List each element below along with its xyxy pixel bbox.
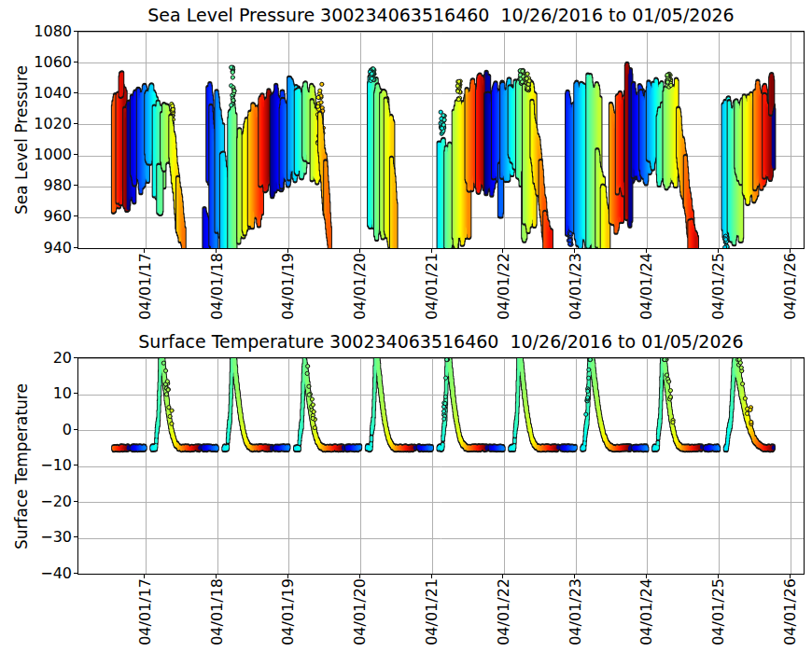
y-tick-label: 1020 [0, 115, 72, 132]
x-tick-label: 04/01/25 [710, 578, 726, 646]
x-tick-label: 04/01/19 [280, 253, 296, 320]
y-tick-mark [74, 536, 77, 537]
y-tick-mark [74, 215, 77, 216]
x-tick-label: 04/01/24 [638, 578, 654, 646]
pressure-plot-title: Sea Level Pressure 300234063516460 10/26… [77, 5, 805, 25]
x-tick-label: 04/01/17 [136, 253, 152, 320]
temperature-scatter-canvas [78, 358, 804, 574]
x-tick-label: 04/01/20 [352, 253, 368, 320]
x-tick-label: 04/01/22 [495, 253, 511, 320]
temperature-plot-title: Surface Temperature 300234063516460 10/2… [77, 331, 805, 352]
y-tick-mark [74, 123, 77, 124]
x-tick-label: 04/01/18 [208, 253, 224, 320]
x-tick-label: 04/01/19 [280, 578, 296, 646]
x-tick-label: 04/01/18 [208, 578, 224, 646]
x-tick-label: 04/01/26 [782, 253, 798, 320]
y-tick-label: −20 [0, 493, 72, 510]
x-tick-label: 04/01/17 [136, 578, 152, 646]
pressure-plot-area [77, 31, 805, 249]
x-tick-label: 04/01/23 [567, 253, 582, 320]
y-tick-mark [74, 357, 77, 358]
y-tick-label: −10 [0, 456, 72, 474]
y-tick-label: 940 [0, 239, 72, 257]
x-tick-label: 04/01/23 [567, 578, 582, 646]
y-tick-label: 10 [0, 384, 72, 402]
y-tick-mark [74, 62, 77, 63]
pressure-scatter-canvas [78, 32, 804, 248]
y-tick-label: 960 [0, 207, 72, 225]
y-tick-label: −30 [0, 528, 72, 546]
y-tick-mark [74, 185, 77, 186]
y-tick-mark [74, 31, 77, 32]
x-tick-label: 04/01/25 [710, 253, 726, 320]
y-tick-mark [74, 573, 77, 574]
y-tick-mark [74, 501, 77, 502]
y-tick-label: 1080 [0, 22, 72, 40]
temperature-plot-area [77, 357, 805, 575]
y-tick-label: −40 [0, 564, 72, 582]
y-tick-label: 1040 [0, 84, 72, 102]
x-tick-label: 04/01/21 [424, 253, 440, 320]
y-tick-mark [74, 465, 77, 465]
y-tick-mark [74, 154, 77, 155]
y-tick-mark [74, 429, 77, 430]
y-tick-label: 20 [0, 349, 72, 367]
figure: Sea Level Pressure 300234063516460 10/26… [0, 0, 812, 653]
x-tick-label: 04/01/24 [638, 253, 654, 320]
y-tick-label: 1000 [0, 146, 72, 163]
y-tick-label: 0 [0, 421, 72, 438]
y-tick-mark [74, 92, 77, 93]
x-tick-label: 04/01/20 [352, 578, 368, 646]
y-tick-label: 980 [0, 176, 72, 194]
x-tick-label: 04/01/26 [782, 578, 798, 646]
x-tick-label: 04/01/22 [495, 578, 511, 646]
y-tick-label: 1060 [0, 53, 72, 71]
y-tick-mark [74, 393, 77, 394]
x-tick-label: 04/01/21 [424, 578, 440, 646]
y-tick-mark [74, 247, 77, 248]
